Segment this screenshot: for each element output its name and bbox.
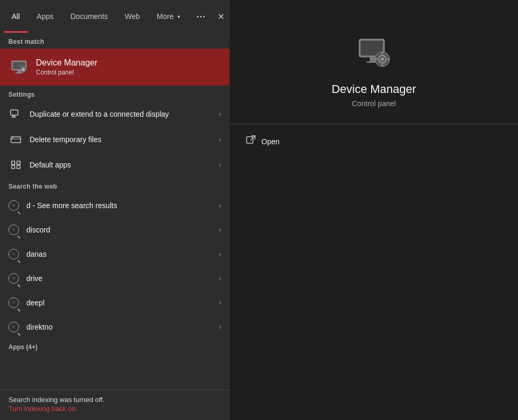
- search-icon: ○: [8, 273, 19, 284]
- chevron-right-icon: ›: [219, 275, 221, 282]
- web-item-drive[interactable]: ○ drive ›: [0, 266, 230, 291]
- settings-item-temp[interactable]: Delete temporary files ›: [0, 127, 230, 152]
- svg-rect-7: [11, 110, 18, 115]
- search-icon: ○: [8, 249, 19, 259]
- svg-rect-3: [15, 72, 23, 73]
- external-link-icon: [246, 135, 256, 148]
- display-item-label: Duplicate or extend to a connected displ…: [30, 110, 219, 118]
- device-manager-icon: ⚙: [8, 57, 30, 78]
- apps-section-label: Apps (4+): [0, 339, 230, 353]
- settings-section-label: Settings: [0, 86, 230, 101]
- web-direktno-label: direktno: [26, 323, 219, 331]
- best-match-subtitle: Control panel: [36, 69, 98, 76]
- tab-all[interactable]: All: [4, 0, 27, 33]
- svg-rect-25: [382, 64, 383, 67]
- more-options-button[interactable]: [192, 0, 210, 33]
- tab-documents[interactable]: Documents: [63, 0, 115, 33]
- web-see-more-label: d - See more search results: [26, 201, 219, 210]
- svg-rect-14: [17, 161, 20, 164]
- web-item-danas[interactable]: ○ danas ›: [0, 242, 230, 266]
- right-icon-area: Device Manager Control panel: [230, 32, 518, 124]
- web-drive-label: drive: [26, 274, 219, 283]
- right-panel-subtitle: Control panel: [352, 99, 395, 108]
- svg-rect-13: [12, 161, 15, 164]
- web-discord-label: discord: [26, 226, 219, 234]
- svg-rect-16: [17, 165, 20, 169]
- search-web-label: Search the web: [0, 178, 230, 193]
- svg-rect-28: [247, 137, 253, 143]
- defaultapps-item-label: Default apps: [30, 161, 219, 169]
- svg-rect-26: [375, 59, 378, 60]
- search-icon: ○: [8, 322, 19, 332]
- status-message: Search indexing was turned off.: [8, 396, 221, 404]
- settings-item-display[interactable]: Duplicate or extend to a connected displ…: [0, 101, 230, 127]
- svg-rect-2: [17, 70, 21, 72]
- grid-icon: [8, 157, 23, 172]
- search-icon: ○: [8, 200, 19, 211]
- web-item-direktno[interactable]: ○ direktno ›: [0, 315, 230, 339]
- svg-rect-15: [12, 165, 15, 169]
- svg-rect-24: [382, 52, 383, 54]
- open-button[interactable]: Open: [246, 135, 502, 148]
- svg-text:⚙: ⚙: [21, 68, 25, 72]
- svg-rect-8: [13, 115, 15, 117]
- chevron-down-icon: ▾: [177, 14, 180, 20]
- best-match-title: Device Manager: [36, 58, 98, 68]
- search-icon: ○: [8, 225, 19, 235]
- svg-rect-27: [387, 59, 390, 60]
- chevron-right-icon: ›: [219, 323, 221, 331]
- web-deepl-label: deepl: [26, 298, 219, 307]
- search-icon: ○: [8, 297, 19, 308]
- storage-icon: [8, 132, 23, 147]
- open-label: Open: [261, 137, 279, 146]
- chevron-right-icon: ›: [219, 136, 221, 143]
- close-button[interactable]: ✕: [212, 0, 230, 33]
- search-window: All Apps Documents Web More ▾: [0, 0, 518, 420]
- right-device-manager-icon: [353, 32, 395, 74]
- results-area: Best match ⚙: [0, 33, 230, 390]
- web-item-discord[interactable]: ○ discord ›: [0, 218, 230, 242]
- monitor-icon: [8, 107, 23, 122]
- right-panel-title: Device Manager: [332, 82, 416, 96]
- svg-rect-9: [12, 117, 16, 118]
- temp-item-label: Delete temporary files: [30, 135, 219, 144]
- status-bar: Search indexing was turned off. Turn ind…: [0, 390, 230, 420]
- tab-bar: All Apps Documents Web More ▾: [0, 0, 230, 33]
- chevron-right-icon: ›: [219, 161, 221, 169]
- indexing-link[interactable]: Turn indexing back on.: [8, 405, 221, 413]
- best-match-item[interactable]: ⚙ Device Manager Control panel: [0, 49, 230, 86]
- right-panel: Device Manager Control panel Open: [230, 0, 518, 420]
- web-item-deepl[interactable]: ○ deepl ›: [0, 291, 230, 315]
- settings-item-defaultapps[interactable]: Default apps ›: [0, 152, 230, 178]
- tab-web[interactable]: Web: [117, 0, 147, 33]
- chevron-right-icon: ›: [219, 250, 221, 258]
- close-icon: ✕: [218, 12, 224, 22]
- web-item-see-more[interactable]: ○ d - See more search results ›: [0, 193, 230, 218]
- svg-point-12: [12, 137, 13, 138]
- svg-point-23: [381, 58, 384, 61]
- best-match-label: Best match: [0, 33, 230, 49]
- chevron-right-icon: ›: [219, 226, 221, 234]
- chevron-right-icon: ›: [219, 299, 221, 306]
- left-panel: All Apps Documents Web More ▾: [0, 0, 230, 420]
- right-actions-area: Open: [230, 124, 518, 158]
- chevron-right-icon: ›: [219, 202, 221, 209]
- web-danas-label: danas: [26, 250, 219, 258]
- tab-apps[interactable]: Apps: [30, 0, 61, 33]
- tab-more[interactable]: More ▾: [149, 0, 187, 33]
- chevron-right-icon: ›: [219, 110, 221, 118]
